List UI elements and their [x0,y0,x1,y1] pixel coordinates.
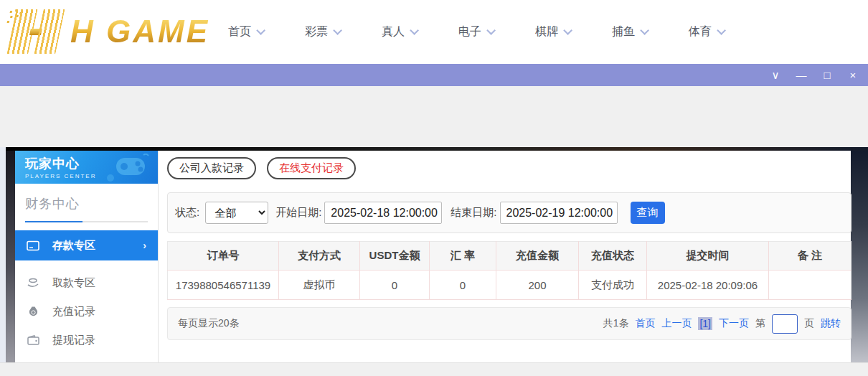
logo-text: H GAME [70,14,209,50]
window-minimize-icon[interactable]: — [793,70,809,80]
end-date-input[interactable] [500,202,618,224]
bottom-strip [0,362,868,376]
gamepad-icon [106,154,151,182]
brand-logo[interactable]: H GAME [4,6,209,57]
col-payment-method: 支付方式 [279,242,360,271]
sidebar-item-label: 充值记录 [52,305,95,319]
col-recharge-amount: 充值金额 [496,242,579,271]
pagination-bar: 每页显示20条 共1条 首页 上一页 [1] 下一页 第 页 跳转 [167,307,852,340]
withdraw-hand-icon [27,278,39,288]
cell-usdt-amount: 0 [360,271,430,300]
nav-item-live[interactable]: 真人 [382,24,416,39]
nav-item-chess[interactable]: 棋牌 [535,24,570,39]
sidebar-item-label: 存款专区 [52,239,95,253]
start-date-label: 开始日期: [275,206,321,220]
chevron-down-icon [256,26,265,35]
deposit-card-icon [27,240,39,251]
start-date-input[interactable] [324,202,442,224]
nav-item-label: 首页 [228,24,251,39]
wallet-icon [27,335,39,345]
sidebar-item-withdrawal-records[interactable]: 提现记录 [15,326,158,354]
col-recharge-status: 充值状态 [579,242,647,271]
page-size-text: 每页显示20条 [178,317,240,330]
panel-right-border [851,151,868,362]
window-close-icon[interactable]: × [845,70,861,80]
chevron-down-icon [486,26,496,35]
sidebar-item-label: 取款专区 [52,276,95,290]
table-header-row: 订单号 支付方式 USDT金额 汇 率 充值金额 充值状态 提交时间 备 注 [168,242,852,271]
section-divider [25,221,148,222]
jump-label-post: 页 [804,317,814,330]
jump-button[interactable]: 跳转 [821,317,841,330]
chevron-right-icon: › [143,240,146,251]
next-page-link[interactable]: 下一页 [719,317,749,330]
sidebar-item-withdraw[interactable]: 取款专区 [15,268,158,297]
prev-page-link[interactable]: 上一页 [661,317,692,330]
nav-item-label: 体育 [689,24,712,39]
cell-remark [769,271,852,300]
nav-item-label: 彩票 [305,24,328,39]
cell-submit-time: 2025-02-18 20:09:06 [647,271,769,300]
nav-item-lottery[interactable]: 彩票 [305,24,339,39]
main-content: 公司入款记录 在线支付记录 状态: 全部 开始日期: 结束日期: 查询 订单号 … [158,151,851,362]
tab-online-payment-records[interactable]: 在线支付记录 [267,157,356,179]
sidebar-header: 玩家中心 PLAYERS CENTER [15,151,158,184]
nav-item-fishing[interactable]: 捕鱼 [612,24,646,39]
logo-mark-icon [0,9,71,54]
nav-item-label: 棋牌 [535,24,558,39]
col-submit-time: 提交时间 [647,242,769,271]
col-usdt-amount: USDT金额 [360,242,430,271]
nav-item-label: 电子 [458,24,481,39]
page-jump-input[interactable] [772,314,798,334]
panel-left-border [6,151,15,362]
cell-recharge-amount: 200 [496,271,579,300]
status-label: 状态: [175,206,199,220]
chevron-down-icon [717,26,726,35]
sidebar-section-title: 财务中心 [25,195,158,212]
nav-menu: 首页 彩票 真人 电子 棋牌 捕鱼 体育 [228,0,723,64]
filter-bar: 状态: 全部 开始日期: 结束日期: 查询 [167,192,852,233]
cell-recharge-status: 支付成功 [579,271,647,300]
end-date-label: 结束日期: [450,206,496,220]
cell-exchange-rate: 0 [430,271,496,300]
workspace-background [0,86,868,147]
panel-left-margin [0,147,6,362]
chevron-down-icon [563,26,572,35]
record-tabs: 公司入款记录 在线支付记录 [167,157,356,179]
status-select[interactable]: 全部 [205,202,268,224]
window-maximize-icon[interactable]: □ [819,70,835,80]
sidebar: 玩家中心 PLAYERS CENTER 财务中心 存款专区 › 取款专区 充值记… [15,151,158,362]
cell-payment-method: 虚拟币 [279,271,360,300]
nav-item-label: 捕鱼 [612,24,635,39]
nav-item-sports[interactable]: 体育 [689,24,723,39]
table-row: 1739880546571139 虚拟币 0 0 200 支付成功 2025-0… [168,271,852,300]
chevron-down-icon [640,26,649,35]
chevron-down-icon [333,26,342,35]
nav-item-slots[interactable]: 电子 [458,24,493,39]
cell-order-number: 1739880546571139 [168,271,279,300]
top-nav: H GAME 首页 彩票 真人 电子 棋牌 捕鱼 体育 [0,0,868,64]
col-order-number: 订单号 [168,242,279,271]
sidebar-item-label: 提现记录 [52,334,95,347]
window-titlebar: ∨ — □ × [0,64,868,86]
nav-item-home[interactable]: 首页 [228,24,263,39]
records-table: 订单号 支付方式 USDT金额 汇 率 充值金额 充值状态 提交时间 备 注 1… [167,241,852,300]
jump-label-pre: 第 [755,317,765,330]
query-button[interactable]: 查询 [631,202,665,224]
first-page-link[interactable]: 首页 [635,317,655,330]
chevron-down-icon [410,26,419,35]
sidebar-item-recharge-records[interactable]: 充值记录 [15,297,158,326]
money-bag-icon [27,306,39,317]
col-exchange-rate: 汇 率 [430,242,496,271]
nav-item-label: 真人 [382,24,405,39]
total-count-text: 共1条 [603,317,629,330]
sidebar-item-deposit[interactable]: 存款专区 › [15,230,158,260]
tab-company-deposit-records[interactable]: 公司入款记录 [167,157,256,179]
col-remark: 备 注 [769,242,852,271]
current-page-indicator: [1] [698,317,712,330]
window-dropdown-icon[interactable]: ∨ [768,70,783,80]
